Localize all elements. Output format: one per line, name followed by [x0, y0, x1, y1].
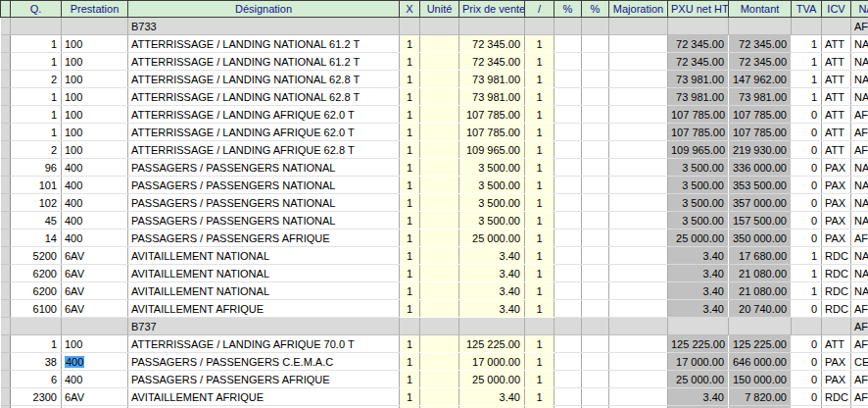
cell-na[interactable]: AFR — [851, 230, 868, 247]
cell-pct1[interactable] — [555, 335, 582, 353]
cell-q[interactable]: 1 — [11, 124, 62, 141]
cell-majoration[interactable] — [609, 106, 668, 124]
cell-na[interactable]: AFR — [851, 124, 868, 141]
cell-tva[interactable]: 0 — [792, 177, 822, 194]
cell-prestation[interactable]: 100 — [62, 71, 128, 88]
cell-icv[interactable]: PAX — [822, 371, 851, 388]
cell-montant[interactable]: 147 962.00 — [729, 71, 792, 88]
cell-slash[interactable]: 1 — [525, 177, 555, 194]
cell-designation[interactable]: AVITAILLEMENT NATIONAL — [128, 265, 400, 282]
cell-q[interactable]: 1 — [11, 88, 62, 106]
cell-majoration[interactable] — [609, 300, 668, 318]
cell-majoration[interactable] — [609, 177, 668, 194]
cell-slash[interactable] — [525, 18, 555, 35]
cell-prix[interactable]: 3.40 — [459, 388, 525, 406]
cell-prix[interactable]: 17 000.00 — [459, 353, 525, 371]
cell-montant[interactable] — [729, 318, 792, 335]
cell-unite[interactable] — [420, 71, 459, 88]
cell-unite[interactable] — [420, 159, 459, 177]
cell-pct1[interactable] — [555, 318, 582, 335]
cell-majoration[interactable] — [609, 159, 668, 177]
cell-tva[interactable]: 0 — [792, 159, 822, 177]
cell-pct1[interactable] — [555, 159, 582, 177]
cell-montant[interactable]: 646 000.00 — [729, 353, 792, 371]
cell-q[interactable]: 2 — [11, 71, 62, 88]
cell-pct1[interactable] — [555, 282, 582, 300]
cell-designation[interactable]: PASSAGERS / PASSENGERS C.E.M.A.C — [128, 353, 400, 371]
cell-designation[interactable]: PASSAGERS / PASSENGERS NATIONAL — [128, 212, 400, 230]
cell-pxu[interactable]: 72 345.00 — [668, 35, 729, 53]
cell-na[interactable]: NAT — [851, 177, 868, 194]
cell-x[interactable]: 1 — [400, 124, 420, 141]
cell-prestation[interactable]: 6AV — [62, 265, 128, 282]
cell-unite[interactable] — [420, 265, 459, 282]
cell-icv[interactable]: PAX — [822, 177, 851, 194]
cell-x[interactable]: 1 — [400, 35, 420, 53]
cell-unite[interactable] — [420, 371, 459, 388]
cell-slash[interactable]: 1 — [525, 194, 555, 212]
cell-na[interactable]: NAT — [851, 212, 868, 230]
cell-slash[interactable]: 1 — [525, 88, 555, 106]
cell-pct1[interactable] — [555, 177, 582, 194]
cell-pct2[interactable] — [582, 35, 609, 53]
cell-x[interactable] — [400, 318, 420, 335]
cell-q[interactable]: 45 — [11, 212, 62, 230]
cell-prix[interactable]: 3 500.00 — [459, 159, 525, 177]
cell-x[interactable]: 1 — [400, 194, 420, 212]
cell-unite[interactable] — [420, 212, 459, 230]
cell-pct1[interactable] — [555, 18, 582, 35]
cell-montant[interactable]: 107 785.00 — [729, 106, 792, 124]
cell-designation[interactable]: ATTERRISSAGE / LANDING AFRIQUE 62.0 T — [128, 124, 400, 141]
cell-prestation[interactable] — [62, 318, 128, 335]
cell-prix[interactable]: 3.40 — [459, 265, 525, 282]
cell-slash[interactable]: 1 — [525, 35, 555, 53]
cell-pxu[interactable]: 3 500.00 — [668, 194, 729, 212]
cell-majoration[interactable] — [609, 318, 668, 335]
cell-icv[interactable]: ATT — [822, 35, 851, 53]
cell-slash[interactable]: 1 — [525, 353, 555, 371]
cell-icv[interactable]: RDC — [822, 388, 851, 406]
cell-majoration[interactable] — [609, 53, 668, 71]
cell-pxu[interactable]: 25 000.00 — [668, 230, 729, 247]
cell-montant[interactable]: 21 080.00 — [729, 265, 792, 282]
cell-pxu[interactable]: 17 000.00 — [668, 353, 729, 371]
cell-pxu[interactable]: 3.40 — [668, 300, 729, 318]
cell-prix[interactable]: 3.40 — [459, 300, 525, 318]
cell-pct2[interactable] — [582, 353, 609, 371]
cell-prix[interactable]: 3 500.00 — [459, 212, 525, 230]
cell-icv[interactable]: ATT — [822, 53, 851, 71]
cell-x[interactable]: 1 — [400, 141, 420, 159]
cell-designation[interactable]: ATTERRISSAGE / LANDING AFRIQUE 62.8 T — [128, 141, 400, 159]
cell-na[interactable]: NAT — [851, 282, 868, 300]
cell-montant[interactable]: 17 680.00 — [729, 247, 792, 265]
row-selector[interactable] — [1, 371, 11, 388]
cell-montant[interactable]: 21 080.00 — [729, 282, 792, 300]
cell-pct1[interactable] — [555, 53, 582, 71]
row-selector[interactable] — [1, 282, 11, 300]
cell-tva[interactable]: 0 — [792, 353, 822, 371]
cell-na[interactable]: NAT — [851, 247, 868, 265]
cell-na[interactable]: NAT — [851, 88, 868, 106]
cell-q[interactable] — [11, 318, 62, 335]
cell-pct2[interactable] — [582, 141, 609, 159]
row-selector[interactable] — [1, 18, 11, 35]
cell-pct1[interactable] — [555, 71, 582, 88]
cell-icv[interactable]: PAX — [822, 353, 851, 371]
cell-q[interactable]: 2 — [11, 141, 62, 159]
cell-pxu[interactable]: 3 500.00 — [668, 159, 729, 177]
cell-montant[interactable]: 107 785.00 — [729, 124, 792, 141]
cell-tva[interactable]: 1 — [792, 88, 822, 106]
row-selector[interactable] — [1, 88, 11, 106]
cell-pct2[interactable] — [582, 53, 609, 71]
cell-pct2[interactable] — [582, 388, 609, 406]
cell-na[interactable]: AFR — [851, 388, 868, 406]
cell-unite[interactable] — [420, 353, 459, 371]
cell-pct2[interactable] — [582, 159, 609, 177]
cell-unite[interactable] — [420, 282, 459, 300]
cell-majoration[interactable] — [609, 388, 668, 406]
cell-x[interactable]: 1 — [400, 371, 420, 388]
cell-x[interactable]: 1 — [400, 106, 420, 124]
cell-prestation[interactable] — [62, 18, 128, 35]
cell-q[interactable]: 1 — [11, 335, 62, 353]
cell-majoration[interactable] — [609, 353, 668, 371]
